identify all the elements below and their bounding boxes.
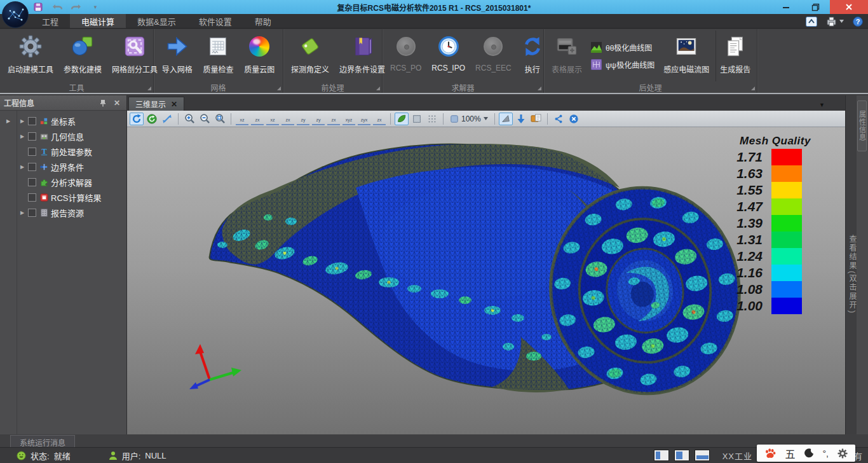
expander-icon[interactable]: ▶ [17, 210, 28, 216]
view-orientation-button-1[interactable]: xz [236, 113, 248, 125]
results-side-tab[interactable]: 查看结果(双击展开) [845, 95, 857, 434]
group-expand-icon[interactable] [277, 86, 281, 90]
psi-polarization-curve-button[interactable]: ψψ极化曲线图 [591, 59, 654, 70]
tab-close-icon[interactable]: ✕ [171, 100, 177, 109]
zoom-fit-button[interactable] [213, 113, 227, 125]
expander-icon[interactable]: ▶ [17, 118, 28, 124]
probe-angle-button[interactable]: 探测角定义 [287, 31, 333, 81]
group-expand-icon[interactable] [376, 86, 380, 90]
menu-tab-help[interactable]: 帮助 [243, 14, 283, 28]
layout-split-panel-button[interactable] [674, 450, 689, 461]
rcs-po-button[interactable]: RCS_PO [386, 31, 425, 81]
tree-item-solver[interactable]: 分析求解器 [0, 174, 126, 190]
tree-checkbox[interactable] [28, 209, 36, 217]
tree-checkbox[interactable] [28, 178, 36, 186]
parametric-modeling-button[interactable]: 参数化建模 [60, 31, 105, 81]
clip-plane-button[interactable] [499, 113, 513, 125]
induced-current-map-button[interactable]: 感应电磁流图 [660, 31, 713, 81]
tab-3d-display[interactable]: 三维显示 ✕ [128, 97, 184, 111]
expander-icon[interactable]: ▶ [17, 134, 28, 139]
points-mode-button[interactable] [425, 113, 439, 125]
tree-item-rcs-results[interactable]: RCS计算结果 [0, 190, 126, 205]
close-panel-icon[interactable]: ✕ [111, 99, 123, 107]
menu-tab-data-display[interactable]: 数据&显示 [126, 14, 187, 28]
tree-item-preprocess-params[interactable]: T 前处理参数 [0, 144, 126, 159]
tab-overflow-dropdown-icon[interactable]: ▼ [819, 102, 825, 108]
launch-modeling-tool-button[interactable]: 启动建模工具 [4, 31, 57, 81]
share-view-button[interactable] [552, 113, 566, 125]
quality-check-button[interactable]: 质量检查 [199, 31, 237, 81]
quality-cloud-map-button[interactable]: 质量云图 [240, 31, 278, 81]
zoom-in-button[interactable] [182, 113, 196, 125]
legend-row: 1.24 [724, 248, 826, 265]
legend-row: 1.16 [724, 265, 826, 281]
tree-checkbox[interactable] [28, 148, 36, 156]
tree-item-report-resources[interactable]: ▶ 报告资源 [0, 205, 126, 220]
theta-polarization-curve-button[interactable]: θθ极化曲线图 [591, 42, 654, 53]
application-window: ▾ 复杂目标RCS电磁分析软件2015 R1 - RCS_2015031801*… [0, 0, 868, 463]
group-expand-icon[interactable] [751, 86, 755, 90]
generate-report-button[interactable]: 生成报告 [715, 31, 754, 81]
close-view-button[interactable] [567, 113, 581, 125]
layout-left-panel-button[interactable] [654, 450, 669, 461]
view-orientation-button-6[interactable]: zy [312, 113, 325, 125]
tree-checkbox[interactable] [28, 193, 36, 202]
ime-mode-character[interactable]: 五 [785, 446, 795, 461]
menu-tabs: 工程 电磁计算 数据&显示 软件设置 帮助 [31, 14, 283, 28]
tree-item-coordinate-system[interactable]: ▶ ▶ 坐标系 [0, 113, 126, 128]
drop-down-view-button[interactable] [514, 113, 528, 125]
view-orientation-button-4[interactable]: zx [281, 113, 294, 125]
3d-viewport[interactable]: Mesh Quality 1.71 1.63 1.55 1.47 1.39 1.… [127, 127, 845, 434]
view-orientation-button-5[interactable]: zy [297, 113, 309, 125]
zoom-out-button[interactable] [198, 113, 212, 125]
help-icon[interactable]: ? [853, 17, 863, 27]
tree-item-geometry-info[interactable]: ▶ 几何信息 [0, 128, 126, 144]
collapse-ribbon-icon[interactable] [806, 17, 817, 27]
shaded-mode-button[interactable] [395, 113, 409, 125]
view-orientation-button-10[interactable]: zx [373, 113, 386, 125]
boundary-settings-button[interactable]: 边界条件设置 [336, 31, 389, 81]
group-expand-icon[interactable] [147, 86, 151, 90]
view-orientation-button-9[interactable]: zyx [358, 113, 370, 125]
rcs-eec-button[interactable]: RCS_EEC [471, 31, 515, 81]
tree-checkbox[interactable] [28, 132, 36, 141]
rcs-ipo-button[interactable]: RCS_IPO [428, 31, 469, 81]
scene-folder-button[interactable] [529, 113, 543, 125]
tree-checkbox[interactable] [28, 117, 36, 125]
ime-settings-gear-icon[interactable] [837, 448, 848, 459]
orbit-tool-button[interactable] [145, 113, 159, 125]
tree-item-boundary-condition[interactable]: ▶ 边界条件 [0, 159, 126, 174]
view-orientation-button-7[interactable]: zx [327, 113, 340, 125]
zoom-level-control[interactable]: 100% [447, 114, 491, 123]
pan-tool-button[interactable] [160, 113, 174, 125]
app-logo[interactable] [2, 1, 29, 28]
close-button[interactable] [830, 0, 868, 14]
tree-checkbox[interactable] [28, 163, 36, 171]
layout-bottom-panel-button[interactable] [695, 450, 710, 461]
menu-tab-settings[interactable]: 软件设置 [187, 14, 243, 28]
minimize-button[interactable] [771, 0, 801, 14]
ribbon-group-preprocess: 探测角定义 边界条件设置 前处理 [283, 29, 383, 93]
print-preview-icon[interactable] [826, 17, 844, 27]
rotate-tool-button[interactable] [130, 113, 144, 125]
execute-button[interactable]: 执行 [518, 31, 547, 81]
legend-swatch [771, 198, 802, 215]
wireframe-mode-button[interactable] [410, 113, 424, 125]
ime-punctuation[interactable]: °, [823, 448, 829, 459]
view-orientation-button-3[interactable]: xz [266, 113, 279, 125]
group-expand-icon[interactable] [538, 86, 541, 90]
ime-paw-icon[interactable] [764, 448, 776, 459]
properties-side-tab[interactable]: 属性信息 [857, 100, 867, 151]
ime-moon-icon[interactable] [804, 448, 814, 458]
pin-icon[interactable] [100, 99, 111, 107]
menu-tab-em-compute[interactable]: 电磁计算 [70, 14, 126, 28]
view-orientation-button-2[interactable]: zx [251, 113, 264, 125]
sphere-cube-icon [71, 33, 94, 60]
legend-swatch [771, 165, 802, 182]
import-mesh-button[interactable]: 导入网格 [158, 31, 196, 81]
expander-icon[interactable]: ▶ [17, 164, 28, 170]
view-orientation-button-8[interactable]: xyz [342, 113, 355, 125]
restore-button[interactable] [801, 0, 830, 14]
table-display-button[interactable]: 表格展示 [548, 31, 586, 81]
menu-tab-project[interactable]: 工程 [31, 14, 70, 28]
